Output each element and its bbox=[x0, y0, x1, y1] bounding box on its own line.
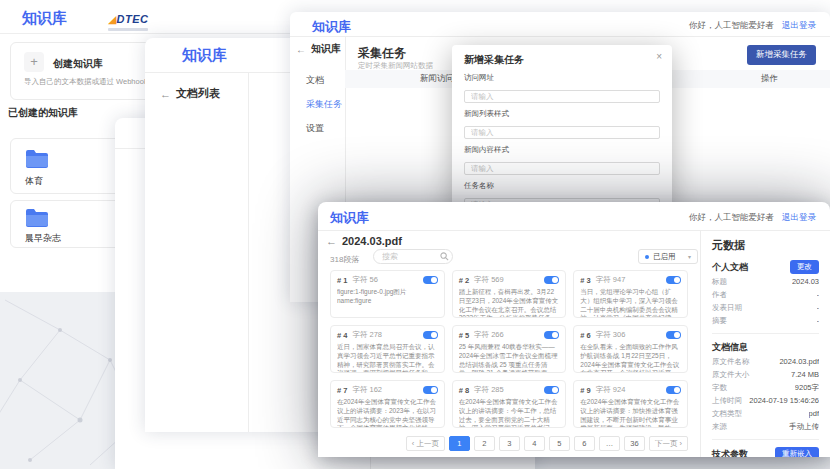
document-title: 2024.03.pdf bbox=[342, 235, 402, 247]
chunk-card[interactable]: # 5字符 266 25 年风雨兼程 40载春华秋实——2024年全国冰雪工作会… bbox=[452, 325, 567, 373]
field-label-url: 访问网址 bbox=[464, 73, 660, 83]
page-button-5[interactable]: 5 bbox=[549, 436, 570, 451]
chunk-enabled-toggle[interactable] bbox=[423, 386, 438, 394]
chunk-enabled-toggle[interactable] bbox=[544, 276, 559, 284]
meta-field-label: 作者 bbox=[712, 290, 727, 300]
page-button-4[interactable]: 4 bbox=[524, 436, 545, 451]
page-button-1[interactable]: 1 bbox=[449, 436, 470, 451]
doc-info-label: 来源 bbox=[712, 422, 727, 432]
kb-card-name: 体育 bbox=[25, 175, 43, 188]
page-button-2[interactable]: 2 bbox=[474, 436, 495, 451]
change-doc-type-button[interactable]: 更改 bbox=[790, 260, 819, 274]
next-page-button[interactable]: 下一页 › bbox=[649, 436, 688, 451]
url-input[interactable] bbox=[464, 90, 660, 103]
doc-info-value: pdf bbox=[809, 409, 819, 419]
chunk-card[interactable]: # 6字符 306 在全队看来，全面细致的工作作风护航训练备战 1月22日至25… bbox=[573, 325, 688, 373]
chunk-id: # 7 bbox=[337, 386, 347, 395]
chunk-id: # 3 bbox=[580, 276, 590, 285]
back-arrow-icon: ← bbox=[160, 88, 171, 100]
list-style-input[interactable] bbox=[464, 126, 660, 139]
search-icon bbox=[440, 252, 449, 261]
chunk-enabled-toggle[interactable] bbox=[423, 331, 438, 339]
sidebar-item-documents[interactable]: 文档 bbox=[306, 74, 324, 87]
chunk-char-count: 字符 947 bbox=[596, 275, 626, 285]
chunk-card[interactable]: # 4字符 278 近日，国家体育总局召开会议，认真学习领会习近平总书记重要指示… bbox=[330, 325, 445, 373]
chunk-text: 在2024年全国体育宣传文化工作会议上的讲话摘要：今年工作，总结过去，要全面贯彻… bbox=[459, 398, 560, 428]
field-label-task-name: 任务名称 bbox=[464, 181, 660, 191]
chunk-text: 在2024年全国体育宣传文化工作会议上的讲话摘要：加快推进体育强国建设，不断开创… bbox=[580, 398, 681, 428]
chunk-enabled-toggle[interactable] bbox=[544, 386, 559, 394]
doc-info-title: 文档信息 bbox=[712, 341, 748, 354]
meta-field-value: - bbox=[817, 303, 820, 313]
chunk-char-count: 字符 285 bbox=[474, 385, 504, 395]
chunk-card[interactable]: # 3字符 947 当日，党组理论学习中心组（扩大）组织集中学习，深入学习领会二… bbox=[573, 270, 688, 318]
chunk-text: figure:1-figure-0.jpg图片 name:figure bbox=[337, 288, 438, 306]
chunk-char-count: 字符 56 bbox=[352, 275, 377, 285]
back-label: 知识库 bbox=[311, 42, 341, 56]
metadata-sidebar: 元数据 个人文档 更改 标题2024.03 作者- 发表日期- 摘要- 文档信息… bbox=[700, 230, 830, 457]
app-logo: 知识库 bbox=[182, 46, 227, 65]
doc-info-value: 7.24 MB bbox=[791, 370, 819, 380]
chunk-enabled-toggle[interactable] bbox=[666, 331, 681, 339]
create-kb-title: 创建知识库 bbox=[53, 57, 103, 71]
back-to-kb[interactable]: ← 知识库 bbox=[296, 42, 341, 56]
re-embed-button[interactable]: 重新嵌入 bbox=[775, 447, 819, 457]
sidebar-item-collect-tasks[interactable]: 采集任务 bbox=[306, 98, 342, 111]
chunk-id: # 8 bbox=[459, 386, 469, 395]
chunk-grid: # 1字符 56 figure:1-figure-0.jpg图片 name:fi… bbox=[330, 270, 688, 428]
chunk-card[interactable]: # 1字符 56 figure:1-figure-0.jpg图片 name:fi… bbox=[330, 270, 445, 318]
chunk-card[interactable]: # 7字符 162 在2024年全国体育宣传文化工作会议上的讲话摘要：2023年… bbox=[330, 380, 445, 428]
doc-info-value: 2024.03.pdf bbox=[779, 357, 819, 367]
meta-field-value: - bbox=[817, 316, 820, 326]
logout-link[interactable]: 退出登录 bbox=[782, 212, 816, 224]
chunk-char-count: 字符 924 bbox=[596, 385, 626, 395]
chunk-card[interactable]: # 8字符 285 在2024年全国体育宣传文化工作会议上的讲话摘要：今年工作，… bbox=[452, 380, 567, 428]
sidebar-item-settings[interactable]: 设置 bbox=[306, 122, 324, 135]
chunk-char-count: 字符 306 bbox=[596, 330, 626, 340]
dtec-logo-subline bbox=[108, 28, 148, 31]
chunk-text: 踏上新征程，奋楫再出发。3月22日至23日，2024年全国体育宣传文化工作会议在… bbox=[459, 288, 560, 318]
chunk-id: # 9 bbox=[580, 386, 590, 395]
chunk-char-count: 字符 569 bbox=[474, 275, 504, 285]
chunk-enabled-toggle[interactable] bbox=[544, 331, 559, 339]
chunk-card[interactable]: # 9字符 924 在2024年全国体育宣传文化工作会议上的讲话摘要：加快推进体… bbox=[573, 380, 688, 428]
dtec-logo-text: DTEC bbox=[116, 13, 148, 25]
chunk-enabled-toggle[interactable] bbox=[423, 276, 438, 284]
chunk-id: # 6 bbox=[580, 331, 590, 340]
prev-page-button[interactable]: ‹ 上一页 bbox=[406, 436, 445, 451]
doc-info-label: 原文件大小 bbox=[712, 370, 750, 380]
doc-info-value: 手动上传 bbox=[789, 422, 819, 432]
page-title: 采集任务 bbox=[358, 45, 406, 62]
logout-link[interactable]: 退出登录 bbox=[782, 20, 816, 32]
page-button-3[interactable]: 3 bbox=[499, 436, 520, 451]
close-icon[interactable]: × bbox=[656, 51, 662, 62]
back-from-document[interactable]: ← 2024.03.pdf bbox=[326, 235, 402, 247]
chunk-text: 25 年风雨兼程 40载春华秋实——2024年全国冰雪工作会议全面梳理总结训练备… bbox=[459, 343, 560, 373]
back-to-doc-list[interactable]: ← 文档列表 bbox=[160, 86, 220, 101]
meta-field-label: 标题 bbox=[712, 277, 727, 287]
back-arrow-icon: ← bbox=[296, 44, 306, 55]
chunk-text: 当日，党组理论学习中心组（扩大）组织集中学习，深入学习领会二十届中央机构编制委员… bbox=[580, 288, 681, 318]
chunk-enabled-toggle[interactable] bbox=[666, 386, 681, 394]
meta-field-label: 摘要 bbox=[712, 316, 727, 326]
chunk-char-count: 字符 162 bbox=[352, 385, 382, 395]
dtec-logo: ◢DTEC bbox=[108, 10, 148, 31]
doc-detail-window: 知识库 你好，人工智能爱好者 退出登录 ← 2024.03.pdf 318段落 … bbox=[318, 202, 830, 457]
pagination: ‹ 上一页 1 2 3 4 5 6 … 36 下一页 › bbox=[330, 436, 688, 451]
page-ellipsis[interactable]: … bbox=[599, 436, 620, 451]
meta-field-value: - bbox=[817, 290, 820, 300]
chunk-enabled-toggle[interactable] bbox=[666, 276, 681, 284]
enabled-filter-dropdown[interactable]: 已启用 ▾ bbox=[638, 249, 698, 264]
page-button-6[interactable]: 6 bbox=[574, 436, 595, 451]
filter-label: 已启用 bbox=[653, 252, 676, 262]
page-button-36[interactable]: 36 bbox=[624, 436, 645, 451]
chunk-id: # 4 bbox=[337, 331, 347, 340]
chunk-card[interactable]: # 2字符 569 踏上新征程，奋楫再出发。3月22日至23日，2024年全国体… bbox=[452, 270, 567, 318]
app-logo: 知识库 bbox=[330, 209, 369, 227]
content-style-input[interactable] bbox=[464, 162, 660, 175]
chunk-text: 近日，国家体育总局召开会议，认真学习领会习近平总书记重要指示精神，研究部署贯彻落… bbox=[337, 343, 438, 373]
user-greeting: 你好，人工智能爱好者 bbox=[689, 212, 774, 224]
metadata-title: 元数据 bbox=[712, 238, 819, 253]
meta-field-value: 2024.03 bbox=[792, 277, 819, 287]
new-collect-task-button[interactable]: 新增采集任务 bbox=[747, 45, 816, 65]
